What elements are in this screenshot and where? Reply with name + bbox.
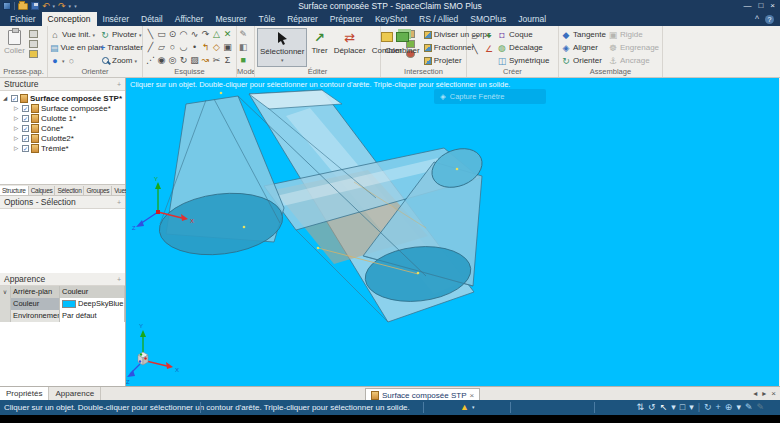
minimize-button[interactable]: —: [743, 0, 751, 12]
maximize-button[interactable]: □: [758, 0, 763, 12]
expander-icon[interactable]: ▷: [14, 125, 20, 131]
zoom-tool-icon[interactable]: ⊕: [725, 402, 733, 412]
capture-window-button[interactable]: ◈ Capture Fenêtre: [434, 89, 546, 104]
expander-icon[interactable]: ◢: [3, 95, 9, 101]
measure-disabled-icon[interactable]: ✎: [756, 402, 764, 412]
tab-afficher[interactable]: Afficher: [169, 12, 210, 26]
panel-tab-groupes[interactable]: Groupes: [84, 186, 112, 195]
pan-icon[interactable]: +: [716, 402, 721, 412]
cut-icon[interactable]: [29, 30, 38, 38]
color-row[interactable]: Couleur DeepSkyBlue: [0, 298, 125, 310]
tab-preparer[interactable]: Préparer: [324, 12, 369, 26]
corner-icon[interactable]: ↰: [200, 41, 211, 54]
three-point-arc-icon[interactable]: ◠: [178, 28, 189, 41]
tree-root-item[interactable]: ◢ ✓ Surface composée STP*: [0, 93, 125, 103]
zoom-caret-icon[interactable]: ▾: [736, 402, 741, 412]
pin-icon[interactable]: +: [117, 199, 121, 206]
center-circle-icon[interactable]: ○: [167, 41, 178, 54]
tab-smoplus[interactable]: SMOPlus: [464, 12, 512, 26]
rectangle-icon[interactable]: ▭: [156, 28, 167, 41]
tangent-arc-icon[interactable]: ↷: [200, 28, 211, 41]
open-icon[interactable]: [18, 3, 28, 10]
sphere-caret-icon[interactable]: ▾: [62, 58, 65, 64]
construction-line-icon[interactable]: ╱: [145, 41, 156, 54]
tree-item-surface-composee[interactable]: ▷ ✓ Surface composée*: [0, 103, 125, 113]
tab-keyshot[interactable]: KeyShot: [369, 12, 413, 26]
pin-icon[interactable]: +: [117, 276, 121, 283]
section-mode-icon[interactable]: ◧: [239, 41, 248, 53]
offset-item[interactable]: ◍ Décalage: [497, 41, 549, 54]
tree-item-culotte1[interactable]: ▷ ✓ Culotte 1*: [0, 113, 125, 123]
bottom-tab-proprietes[interactable]: Propriétés: [0, 387, 49, 401]
close-document-icon[interactable]: ×: [469, 391, 474, 400]
pan-button[interactable]: + Translater: [100, 41, 142, 54]
trim-icon[interactable]: ✕: [222, 28, 233, 41]
polygon-icon[interactable]: △: [211, 28, 222, 41]
copy-icon[interactable]: [29, 40, 38, 48]
tab-tole[interactable]: Tôle: [253, 12, 282, 26]
solid-mode-icon[interactable]: ■: [239, 54, 248, 66]
tab-journal[interactable]: Journal: [512, 12, 552, 26]
next-document-icon[interactable]: ▸: [762, 389, 766, 398]
background-row[interactable]: ∨ Arrière-plan Couleur: [0, 286, 125, 298]
tab-detail[interactable]: Détail: [135, 12, 169, 26]
circle-icon[interactable]: ⊙: [167, 28, 178, 41]
undo-icon[interactable]: ↶: [42, 2, 50, 11]
hatch-icon[interactable]: ▨: [189, 54, 200, 67]
sketch-line-icon[interactable]: ╲: [469, 44, 481, 54]
expander-icon[interactable]: ▷: [14, 135, 20, 141]
sum-icon[interactable]: Σ: [222, 54, 233, 67]
select-caret-icon[interactable]: ▾: [671, 402, 676, 412]
expander-icon[interactable]: ▷: [14, 115, 20, 121]
mirror-item[interactable]: ◫ Symétrique: [497, 54, 549, 67]
panel-tab-calques[interactable]: Calques: [29, 186, 56, 195]
warning-indicator[interactable]: ▲ ▾: [460, 402, 474, 412]
bend-icon[interactable]: ↝: [200, 54, 211, 67]
box-select-icon[interactable]: □: [680, 402, 685, 412]
visibility-checkbox[interactable]: ✓: [11, 95, 18, 102]
chamfer-icon[interactable]: ◇: [211, 41, 222, 54]
tab-inserer[interactable]: Insérer: [97, 12, 135, 26]
dashed-line-icon[interactable]: ⋰: [145, 54, 156, 67]
pin-icon[interactable]: +: [117, 81, 121, 88]
move-button[interactable]: ⇄ Déplacer: [332, 28, 368, 67]
panel-tab-structure[interactable]: Structure: [0, 186, 29, 195]
model-surface-composee[interactable]: Y X Z Y: [126, 78, 779, 386]
environment-row[interactable]: Environnement Par défaut: [0, 310, 125, 322]
offset-icon[interactable]: ▣: [222, 41, 233, 54]
select-button[interactable]: Sélectionner ▾: [257, 28, 307, 67]
deselect-icon[interactable]: ↺: [648, 402, 656, 412]
tab-conception[interactable]: Conception: [42, 12, 97, 26]
rotate-sketch-icon[interactable]: ↻: [178, 54, 189, 67]
qat-customize-caret-icon[interactable]: ▾: [74, 3, 77, 9]
tab-mesurer[interactable]: Mesurer: [209, 12, 252, 26]
plan-view-button[interactable]: ▤ Vue en plan: [50, 41, 98, 54]
sketch-mode-icon[interactable]: ✎: [239, 28, 248, 40]
redo-caret-icon[interactable]: ▾: [69, 3, 72, 9]
world-axis-triad[interactable]: Y X Z: [126, 323, 179, 385]
close-button[interactable]: ×: [770, 0, 775, 12]
tree-item-culotte2[interactable]: ▷ ✓ Culotte2*: [0, 133, 125, 143]
line-icon[interactable]: ╲: [145, 28, 156, 41]
save-icon[interactable]: [31, 2, 39, 10]
close-all-icon[interactable]: ×: [771, 389, 776, 398]
pull-button[interactable]: ↗ Tirer: [309, 28, 329, 67]
format-painter-icon[interactable]: [29, 50, 38, 58]
scroll-updown-icon[interactable]: ⇅: [637, 402, 645, 412]
view-circle-icon[interactable]: ◉: [156, 54, 167, 67]
viewport-3d[interactable]: Y X Z Y: [126, 78, 779, 386]
collapse-ribbon-icon[interactable]: ^: [755, 14, 759, 24]
visibility-checkbox[interactable]: ✓: [22, 115, 29, 122]
visibility-checkbox[interactable]: ✓: [22, 125, 29, 132]
sphere-view-icon[interactable]: ●: [50, 56, 60, 66]
app-logo-icon[interactable]: [3, 2, 11, 10]
shell-item[interactable]: ◘ Coque: [497, 28, 549, 41]
bottom-tab-apparence[interactable]: Apparence: [49, 387, 101, 401]
spline-icon[interactable]: ∿: [189, 28, 200, 41]
visibility-checkbox[interactable]: ✓: [22, 135, 29, 142]
globe-view-icon[interactable]: ○: [67, 56, 77, 66]
triad-icon[interactable]: ∠: [483, 44, 495, 54]
zoom-button[interactable]: Zoom▾: [100, 54, 142, 67]
tab-reparer[interactable]: Réparer: [281, 12, 324, 26]
help-icon[interactable]: ?: [765, 15, 774, 24]
